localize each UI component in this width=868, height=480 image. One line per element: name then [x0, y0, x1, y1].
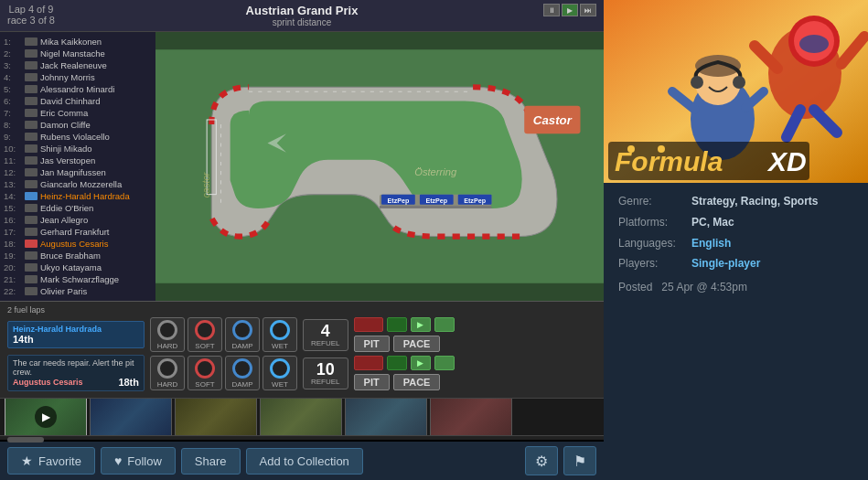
- car1-position: 14th: [13, 334, 139, 345]
- thumbnail-1[interactable]: [90, 398, 172, 435]
- thumb-play-icon: ▶: [35, 406, 57, 428]
- car1-play-button[interactable]: ▶: [411, 317, 431, 332]
- soft-tyre-button[interactable]: SOFT: [188, 317, 222, 352]
- scrollbar-thumb[interactable]: [7, 437, 44, 443]
- posted-value: 25 Apr @ 4:53pm: [661, 281, 747, 293]
- hard-tyre-icon: [157, 320, 177, 340]
- car2-go-button[interactable]: [387, 356, 407, 370]
- car1-pace-button[interactable]: PACE: [393, 336, 441, 352]
- driver-row: 6:David Chinhard: [4, 95, 152, 107]
- pause-button[interactable]: ⏸: [543, 4, 560, 16]
- thumbnail-2[interactable]: [175, 398, 257, 435]
- thumb-bg: [346, 398, 426, 435]
- car2-damp-tyre-button[interactable]: DAMP: [225, 356, 260, 390]
- castor-label: Castor: [533, 113, 573, 127]
- favorite-button[interactable]: ★ Favorite: [7, 447, 95, 475]
- driver-row: 10:Shinji Mikado: [4, 143, 152, 155]
- follow-button[interactable]: ♥ Follow: [101, 447, 176, 475]
- game-content: 1:Mika Kaikkonen 2:Nigel Manstache 3:Jac…: [0, 32, 604, 301]
- play-button[interactable]: ▶: [562, 4, 578, 16]
- driver-row: 1:Mika Kaikkonen: [4, 36, 152, 48]
- fast-forward-button[interactable]: ⏭: [580, 4, 596, 16]
- driver-row: 13:Giancarlo Mozzerella: [4, 178, 152, 190]
- star-icon: ★: [21, 453, 33, 468]
- car2-name: Augustus Cesaris: [13, 378, 83, 387]
- car1-refuel-number: 4: [321, 323, 330, 339]
- playback-controls: ⏸ ▶ ⏭: [543, 4, 596, 16]
- driver-row: 9:Rubens Violacello: [4, 131, 152, 143]
- svg-point-28: [627, 145, 635, 153]
- driver-row: 3:Jack Realeneuve: [4, 59, 152, 71]
- flag-icon: [25, 216, 38, 224]
- cover-art: Formula XD: [604, 0, 868, 183]
- posted-row: Posted 25 Apr @ 4:53pm: [618, 281, 853, 293]
- car2-soft-tyre-button[interactable]: SOFT: [188, 356, 222, 390]
- osterring-label: Österring: [414, 166, 457, 177]
- thumb-bg: [176, 398, 256, 435]
- lap-info: Lap 4 of 9 race 3 of 8: [7, 4, 55, 26]
- platforms-value: PC, Mac: [691, 215, 734, 230]
- car1-info: Heinz-Harald Hardrada 14th: [7, 321, 145, 348]
- standings-panel: 1:Mika Kaikkonen 2:Nigel Manstache 3:Jac…: [0, 32, 155, 301]
- flag-icon: ⚑: [573, 453, 586, 470]
- flag-icon: [25, 180, 38, 188]
- car1-skip-button[interactable]: [434, 317, 455, 332]
- thumbnail-video[interactable]: ▶: [5, 398, 87, 435]
- settings-button[interactable]: ⚙: [525, 446, 558, 475]
- car2-info: The car needs repair. Alert the pit crew…: [7, 355, 145, 391]
- game-details: Genre: Strategy, Racing, Sports Platform…: [604, 183, 868, 480]
- players-value: Single-player: [691, 256, 760, 272]
- car2-pit-button[interactable]: PIT: [354, 374, 390, 390]
- car2-wet-tyre-label: WET: [272, 380, 288, 389]
- driver-row: 15:Eddie O'Brien: [4, 202, 152, 214]
- car2-pace-button[interactable]: PACE: [393, 374, 441, 390]
- car2-play-button[interactable]: ▶: [411, 356, 431, 370]
- car2-controls-row: The car needs repair. Alert the pit crew…: [7, 355, 596, 391]
- game-cover: Formula XD: [604, 0, 868, 183]
- scrollbar-area[interactable]: [0, 435, 604, 440]
- driver-row: 19:Bruce Brabham: [4, 250, 152, 261]
- gear-icon: ⚙: [535, 453, 548, 470]
- share-button[interactable]: Share: [181, 448, 241, 475]
- thumbnail-5[interactable]: [430, 398, 512, 435]
- thumbnail-3[interactable]: [260, 398, 342, 435]
- driver-row: 2:Nigel Manstache: [4, 48, 152, 59]
- car2-action-row1: ▶: [354, 356, 455, 370]
- car2-refuel-box: 10 REFUEL: [303, 357, 348, 389]
- thumb-bg: [431, 398, 511, 435]
- svg-text:XD: XD: [766, 146, 807, 176]
- car2-stop-button[interactable]: [354, 356, 383, 370]
- car1-stop-button[interactable]: [354, 317, 383, 332]
- damp-tyre-button[interactable]: DAMP: [225, 317, 260, 352]
- sponsor2: EtzPep: [425, 197, 447, 205]
- flag-button[interactable]: ⚑: [563, 446, 596, 475]
- car1-refuel-label: REFUEL: [311, 339, 340, 347]
- car2-hard-tyre-label: HARD: [157, 380, 178, 389]
- car2-skip-button[interactable]: [434, 356, 455, 370]
- car2-soft-tyre-icon: [195, 358, 215, 379]
- svg-point-29: [658, 145, 665, 153]
- flag-icon: [25, 168, 38, 176]
- add-collection-label: Add to Collection: [260, 454, 349, 468]
- car2-refuel-label: REFUEL: [311, 378, 340, 386]
- svg-point-22: [733, 76, 745, 89]
- car2-tyre-buttons: HARD SOFT DAMP WET: [150, 356, 297, 390]
- genre-label: Genre:: [618, 194, 691, 209]
- car2-hard-tyre-button[interactable]: HARD: [150, 356, 185, 390]
- car1-action-buttons: ▶ PIT PACE: [354, 317, 455, 352]
- castor-side-label: castor: [201, 172, 211, 197]
- car2-wet-tyre-button[interactable]: WET: [263, 356, 297, 390]
- driver-row: 7:Eric Comma: [4, 107, 152, 119]
- car1-go-button[interactable]: [387, 317, 407, 332]
- languages-row: Languages: English: [618, 236, 853, 251]
- race-name: Austrian Grand Prix: [7, 4, 596, 17]
- thumbnail-4[interactable]: [345, 398, 427, 435]
- hard-tyre-button[interactable]: HARD: [150, 317, 185, 352]
- car1-pit-button[interactable]: PIT: [354, 336, 390, 352]
- add-collection-button[interactable]: Add to Collection: [246, 448, 363, 475]
- wet-tyre-label: WET: [272, 342, 288, 350]
- car2-wet-tyre-icon: [270, 358, 290, 379]
- wet-tyre-button[interactable]: WET: [263, 317, 297, 352]
- car1-controls-row: Heinz-Harald Hardrada 14th HARD SOFT DAM…: [7, 317, 596, 352]
- car1-action-row2: PIT PACE: [354, 336, 455, 352]
